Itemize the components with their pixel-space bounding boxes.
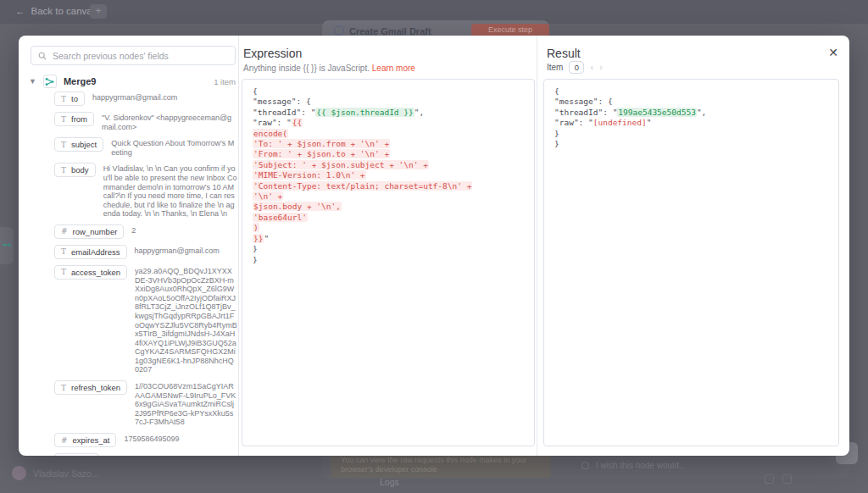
field-row[interactable]: T body Hi Vladislav, \n \n Can you confi… [54, 163, 237, 219]
field-pill[interactable]: # expires_at [54, 433, 116, 447]
field-name: subject [71, 140, 97, 149]
divider [238, 36, 239, 456]
field-name: row_number [73, 227, 118, 236]
field-type-icon: # [61, 436, 68, 445]
field-type-icon: T [61, 115, 66, 124]
field-name: refresh_token [71, 383, 120, 392]
field-type-icon: T [61, 247, 66, 256]
field-pill[interactable]: T refresh_token [54, 380, 127, 395]
field-pill[interactable]: T body [54, 163, 96, 177]
field-row[interactable]: T emailAddress happygrman@gmail.com [54, 245, 237, 259]
learn-more-link[interactable]: Learn more [372, 64, 415, 73]
item-selector: Item 0 ‹ › [547, 61, 603, 74]
chevron-down-icon[interactable]: ▼ [29, 77, 36, 86]
connector-icon [3, 241, 11, 249]
next-item-icon[interactable]: › [599, 63, 603, 72]
field-row[interactable]: T refresh_token 1//03COU68Vzm1SaCgYIARAA… [54, 380, 237, 427]
field-value: "V. Sidorenkov" <happygreeceman@gmail.co… [102, 112, 237, 131]
back-arrow-icon: ← [15, 6, 25, 16]
field-row[interactable]: T scope https://www.googleapis.com/auth/… [54, 453, 237, 456]
field-value: happygrman@gmail.com [92, 91, 237, 102]
node-name: Merge9 [64, 76, 207, 86]
field-value: 1759586495099 [124, 433, 237, 444]
field-name: from [71, 114, 87, 124]
field-type-icon: T [61, 268, 66, 276]
field-value: 1//03COU68Vzm1SaCgYIARAAGAMSNwF-L9IruPLo… [135, 380, 237, 427]
expression-title: Expression [243, 47, 302, 60]
field-type-icon: T [61, 166, 66, 174]
wish-input[interactable]: I wish this node would... [581, 461, 686, 470]
item-label: Item [547, 63, 563, 72]
result-title: Result [547, 47, 581, 60]
divider [537, 36, 537, 456]
field-row[interactable]: T access_token ya29.a0AQQ_BDQvJ1XYXXDE-3… [54, 265, 237, 374]
field-value: https://www.googleapis.com/auth/gmail.la… [107, 453, 237, 456]
gmail-node-icon [334, 25, 344, 36]
field-pill[interactable]: T emailAddress [54, 245, 127, 259]
new-tab-button[interactable]: + [90, 4, 107, 19]
field-pill[interactable]: T subject [54, 137, 103, 152]
field-pill[interactable]: # row_number [54, 224, 124, 239]
back-to-canvas-button[interactable]: ← Back to canvas [15, 6, 97, 16]
expression-code[interactable]: {"message": {"threadId": "{{ $json.threa… [242, 79, 535, 446]
field-pill[interactable]: T scope [54, 453, 99, 456]
field-row[interactable]: T to happygrman@gmail.com [54, 91, 237, 106]
field-row[interactable]: T subject Quick Question About Tomorrow'… [54, 137, 237, 157]
user-menu[interactable]: Vladislav Sazo... [12, 466, 99, 480]
item-count: 1 item [214, 77, 236, 86]
field-name: emailAddress [71, 247, 120, 257]
tree-node-merge9[interactable]: ▼ Merge9 1 item [29, 75, 236, 88]
field-value: 2 [131, 224, 237, 235]
field-type-icon: T [61, 95, 66, 103]
lightbulb-icon [581, 462, 589, 469]
field-row[interactable]: # row_number 2 [54, 224, 237, 239]
field-pill[interactable]: T from [54, 112, 94, 126]
field-value: Quick Question About Tomorrow's Meeting [111, 137, 237, 157]
input-panel-tab[interactable] [0, 227, 14, 264]
field-type-icon: T [61, 384, 66, 392]
panel-icon[interactable] [765, 474, 774, 484]
execute-step-button[interactable]: Execute step [471, 24, 549, 36]
field-type-icon: # [61, 227, 68, 235]
item-index-input[interactable]: 0 [569, 61, 584, 74]
field-name: to [71, 94, 78, 103]
expression-subtitle: Anything inside {{ }} is JavaScript. Lea… [243, 64, 415, 73]
field-row[interactable]: # expires_at 1759586495099 [54, 433, 237, 447]
expression-editor-modal: ▼ Merge9 1 item T to happygrman@gmail.co… [19, 36, 849, 456]
search-icon [38, 52, 47, 60]
field-name: expires_at [73, 435, 110, 445]
field-value: Hi Vladislav, \n \n Can you confirm if y… [103, 163, 237, 219]
logs-toggle[interactable]: Logs [380, 477, 399, 487]
prev-item-icon[interactable]: ‹ [590, 63, 593, 72]
field-type-icon: T [61, 141, 66, 149]
fields-list: T to happygrman@gmail.com T from "V. Sid… [54, 91, 237, 456]
footer-icons[interactable] [765, 474, 792, 484]
search-fields-box[interactable] [31, 46, 236, 65]
search-input[interactable] [53, 51, 228, 61]
avatar [12, 466, 26, 480]
field-name: access_token [71, 268, 120, 277]
field-name: body [71, 165, 89, 174]
close-icon[interactable]: ✕ [826, 46, 841, 61]
result-code: {"message": {"threadId": "199ae5435e50d5… [543, 79, 839, 446]
field-pill[interactable]: T to [54, 91, 85, 106]
field-pill[interactable]: T access_token [54, 265, 127, 280]
merge-node-icon [43, 75, 57, 88]
field-value: happygrman@gmail.com [135, 245, 237, 256]
panel-icon[interactable] [782, 474, 792, 484]
raw-requests-notice: You can view the raw requests this node … [331, 452, 551, 478]
field-row[interactable]: T from "V. Sidorenkov" <happygreeceman@g… [54, 112, 237, 131]
field-value: ya29.a0AQQ_BDQvJ1XYXXDE-3VHVb3pOpOcZzBXH… [135, 265, 237, 374]
